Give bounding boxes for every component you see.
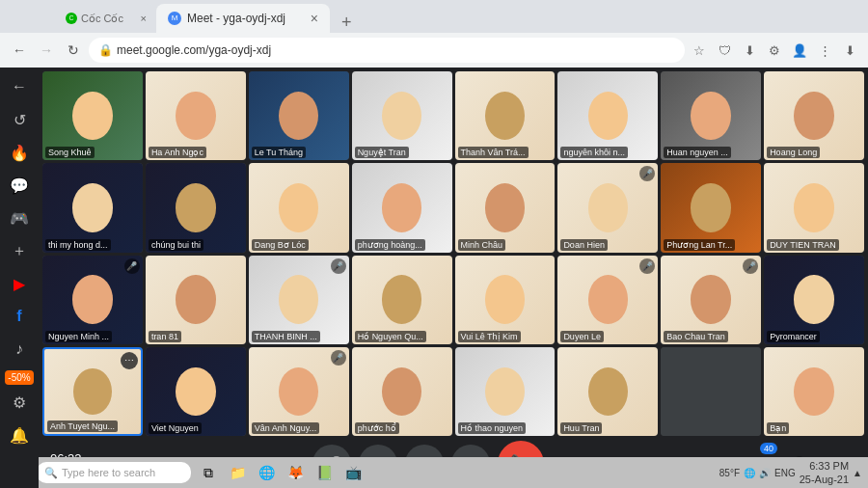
video-cell[interactable]: Nguyệt Tran [352,71,452,160]
participant-more-btn[interactable]: ⋯ [121,352,138,369]
taskbar-item-file-explorer[interactable]: 📁 [224,459,251,486]
video-cell[interactable]: Minh Châu [455,163,556,252]
sidebar-icon-settings[interactable]: ⚙ [4,387,35,418]
participant-name: Hồ Nguyen Qu... [355,331,426,342]
participant-name: Bạn [767,422,789,434]
video-cell[interactable]: Le Tu Tháng [249,71,349,160]
participant-name: chúng bui thi [149,239,203,251]
participant-name: Duyen Le [560,331,604,342]
url-bar[interactable]: 🔒 meet.google.com/yga-oydj-xdj [89,38,685,63]
video-cell[interactable]: 🎤 Doan Hien [557,163,658,252]
video-cell[interactable]: Hồ thao nguyen [455,347,556,436]
sidebar-icon-promo[interactable]: -50% [5,370,33,385]
video-cell[interactable]: Huu Tran [557,347,658,436]
video-cell[interactable]: 🎤 Bao Chau Tran [661,256,761,344]
sidebar-icon-facebook[interactable]: f [4,301,35,332]
video-cell[interactable]: nguyên khôi n... [557,71,658,160]
address-bar: ← → ↻ 🔒 meet.google.com/yga-oydj-xdj ☆ 🛡… [0,33,868,68]
participant-name: Nguyen Minh ... [45,331,112,342]
shield-btn[interactable]: 🛡 [714,40,735,61]
participant-name: Ha Anh Ngọc [149,147,206,158]
participant-name: phương hoàng... [355,239,425,251]
participant-name: Minh Châu [458,239,506,251]
participant-name: THANH BINH ... [252,331,320,342]
participant-name: Vui Lê Thị Kim [458,331,521,342]
download-btn[interactable]: ⬇ [739,40,760,61]
video-cell[interactable]: Phương Lan Tr... [661,163,761,252]
taskbar-item-app1[interactable]: 🦊 [282,459,309,486]
video-cell[interactable]: chúng bui thi [146,163,246,252]
video-cell[interactable]: Bạn [764,347,864,436]
video-cell[interactable]: Viet Nguyen [146,347,246,436]
sidebar-toggle-btn[interactable]: ⬇ [839,40,860,61]
video-cell[interactable]: Vui Lê Thị Kim [455,256,556,344]
video-cell[interactable]: Dang Bơ Lóc [249,163,349,252]
video-cell[interactable]: Thanh Vân Trá... [455,71,556,160]
video-cell[interactable]: ⋯ Anh Tuyet Ngu... [42,347,143,436]
reload-btn[interactable]: ↻ [62,39,85,62]
video-cell[interactable]: DUY TIEN TRAN [764,163,864,252]
video-cell[interactable]: Ha Anh Ngọc [146,71,246,160]
forward-btn[interactable]: → [35,39,58,62]
participant-name: Vân Anh Nguy... [252,422,319,434]
participant-name: Nguyệt Tran [355,147,409,158]
browser-chrome: C Cốc Cốc × M Meet - yga-oydj-xdj × + ← … [0,0,868,68]
menu-btn[interactable]: ⋮ [814,40,835,61]
video-cell[interactable]: 🎤 Duyen Le [557,256,658,344]
participant-name: Hồ thao nguyen [458,422,527,434]
temp-display: 85°F [719,468,740,478]
video-grid: Song Khuê Ha Anh Ngọc Le Tu Tháng [39,68,868,440]
sidebar-icon-games[interactable]: 🎮 [4,203,35,233]
taskbar-tray: 85°F 🌐 🔊 ENG 6:33 PM 25-Aug-21 ▲ [714,459,868,487]
tab-coccoc[interactable]: C Cốc Cốc × [58,4,154,33]
taskbar-item-edge[interactable]: 🌐 [253,459,280,486]
notification-area[interactable]: ▲ [853,468,862,478]
participant-name: DUY TIEN TRAN [767,239,839,251]
sidebar-icon-history[interactable]: ↺ [4,104,35,135]
video-cell[interactable]: tran 81 [146,256,246,344]
video-cell[interactable]: 🎤 Vân Anh Nguy... [249,347,349,436]
video-cell[interactable]: Hồ Nguyen Qu... [352,256,452,344]
video-cell[interactable]: phương hoàng... [352,163,452,252]
video-cell[interactable]: Song Khuê [42,71,143,160]
video-cell[interactable]: phước hổ [352,347,452,436]
sidebar-icon-messenger[interactable]: 💬 [4,170,35,201]
video-cell[interactable]: K 9 người khác [661,347,761,436]
bookmark-btn[interactable]: ☆ [689,40,710,61]
mute-badge: 🎤 [331,258,346,274]
sidebar-icon-youtube[interactable]: ▶ [4,268,35,299]
participant-name: nguyên khôi n... [560,147,628,158]
sidebar-icon-notifications[interactable]: 🔔 [4,420,35,450]
taskbar-search[interactable]: 🔍 Type here to search [37,462,191,483]
taskbar-item-app3[interactable]: 📺 [339,459,366,486]
extension-btn[interactable]: ⚙ [764,40,785,61]
video-cell[interactable]: Pyromancer [764,256,864,344]
tab-close-btn[interactable]: × [311,11,318,26]
taskbar-item-app2[interactable]: 📗 [311,459,338,486]
video-cell[interactable]: thi my hong d... [42,163,143,252]
sidebar-icon-add[interactable]: ＋ [4,235,35,266]
participants-badge: 40 [760,443,777,454]
video-cell[interactable]: 🎤 THANH BINH ... [249,256,349,344]
sidebar-icon-back[interactable]: ← [4,71,35,102]
mute-badge: 🎤 [331,350,346,366]
sidebar-icon-music[interactable]: ♪ [4,334,35,365]
main-content: Song Khuê Ha Anh Ngọc Le Tu Tháng [39,68,868,488]
new-tab-btn[interactable]: + [334,13,360,33]
video-cell[interactable]: Huan nguyen ... [661,71,761,160]
video-cell[interactable]: 🎤 Nguyen Minh ... [42,256,143,344]
clock: 6:33 PM 25-Aug-21 [800,459,849,487]
video-cell[interactable]: Hoang Long [764,71,864,160]
participant-name: Dang Bơ Lóc [252,239,309,251]
participant-name: Hoang Long [767,147,820,158]
back-btn[interactable]: ← [8,39,31,62]
taskbar-item-multitasking[interactable]: ⧉ [195,459,222,486]
participant-name: Bao Chau Tran [664,331,728,342]
clock-date: 25-Aug-21 [800,473,849,486]
participant-name: Le Tu Tháng [252,147,306,158]
tab-meet[interactable]: M Meet - yga-oydj-xdj × [156,4,330,33]
profile-btn[interactable]: 👤 [789,40,810,61]
taskbar-search-placeholder: Type here to search [62,467,155,478]
sidebar-icon-fire[interactable]: 🔥 [4,137,35,168]
participant-name: Huan nguyen ... [664,147,731,158]
